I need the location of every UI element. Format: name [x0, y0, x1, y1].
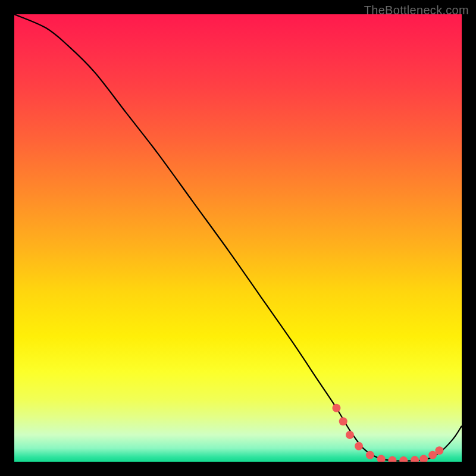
data-marker: [332, 404, 340, 412]
plot-area: [14, 14, 462, 462]
watermark: TheBottleneck.com: [364, 4, 469, 17]
data-marker: [339, 417, 347, 425]
data-marker: [435, 446, 443, 455]
data-marker: [377, 455, 386, 462]
data-marker: [399, 456, 408, 462]
marker-group: [332, 404, 443, 462]
data-marker: [419, 455, 428, 462]
data-marker: [366, 451, 374, 459]
data-marker: [346, 431, 354, 439]
chart-frame: TheBottleneck.com: [0, 0, 476, 476]
marker-layer: [14, 14, 462, 462]
data-marker: [411, 456, 419, 462]
data-marker: [355, 442, 363, 450]
data-marker: [388, 456, 396, 462]
